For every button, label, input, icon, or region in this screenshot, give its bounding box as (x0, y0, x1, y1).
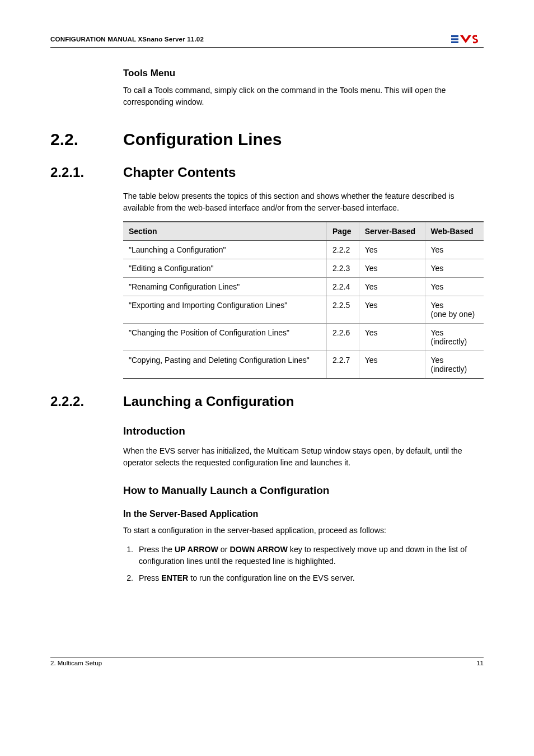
section-2-2-1-heading: 2.2.1. Chapter Contents (50, 165, 484, 180)
page-footer: 2. Multicam Setup 11 (50, 657, 484, 666)
table-row: "Exporting and Importing Configuration L… (123, 296, 484, 324)
tools-menu-body: To call a Tools command, simply click on… (123, 85, 484, 108)
col-web-based: Web-Based (425, 222, 484, 241)
footer-page-number: 11 (476, 660, 484, 666)
table-row: "Changing the Position of Configuration … (123, 324, 484, 351)
table-row: "Copying, Pasting and Deleting Configura… (123, 351, 484, 379)
section-2-2-heading: 2.2. Configuration Lines (50, 130, 484, 149)
howto-heading: How to Manually Launch a Configuration (123, 484, 484, 497)
svg-rect-0 (451, 35, 458, 37)
step-2: Press ENTER to run the configuration lin… (135, 572, 484, 584)
section-2-2-1-intro: The table below presents the topics of t… (123, 190, 484, 213)
section-2-2-title: Configuration Lines (123, 130, 282, 149)
introduction-heading: Introduction (123, 425, 484, 437)
server-based-app-heading: In the Server-Based Application (123, 509, 484, 519)
page-header: CONFIGURATION MANUAL XSnano Server 11.02 (50, 34, 484, 48)
section-2-2-1-number: 2.2.1. (50, 165, 123, 180)
introduction-body: When the EVS server has initialized, the… (123, 445, 484, 468)
section-2-2-2-heading: 2.2.2. Launching a Configuration (50, 394, 484, 409)
section-2-2-2-title: Launching a Configuration (123, 394, 294, 409)
section-2-2-number: 2.2. (50, 130, 123, 149)
chapter-contents-table: Section Page Server-Based Web-Based "Lau… (123, 221, 484, 379)
table-row: "Launching a Configuration" 2.2.2 Yes Ye… (123, 241, 484, 259)
svg-rect-1 (451, 38, 458, 40)
col-section: Section (123, 222, 327, 241)
footer-chapter: 2. Multicam Setup (50, 660, 102, 666)
col-page: Page (327, 222, 359, 241)
evs-logo-icon (451, 34, 484, 45)
section-2-2-1-title: Chapter Contents (123, 165, 236, 180)
section-2-2-2-number: 2.2.2. (50, 394, 123, 409)
header-title: CONFIGURATION MANUAL XSnano Server 11.02 (50, 36, 204, 43)
table-header-row: Section Page Server-Based Web-Based (123, 222, 484, 241)
svg-rect-2 (451, 41, 458, 43)
steps-list: Press the UP ARROW or DOWN ARROW key to … (123, 544, 484, 584)
table-row: "Renaming Configuration Lines" 2.2.4 Yes… (123, 278, 484, 296)
table-row: "Editing a Configuration" 2.2.3 Yes Yes (123, 259, 484, 278)
step-1: Press the UP ARROW or DOWN ARROW key to … (135, 544, 484, 568)
server-based-intro: To start a configuration in the server-b… (123, 525, 484, 536)
tools-menu-heading: Tools Menu (123, 68, 484, 79)
col-server-based: Server-Based (359, 222, 425, 241)
